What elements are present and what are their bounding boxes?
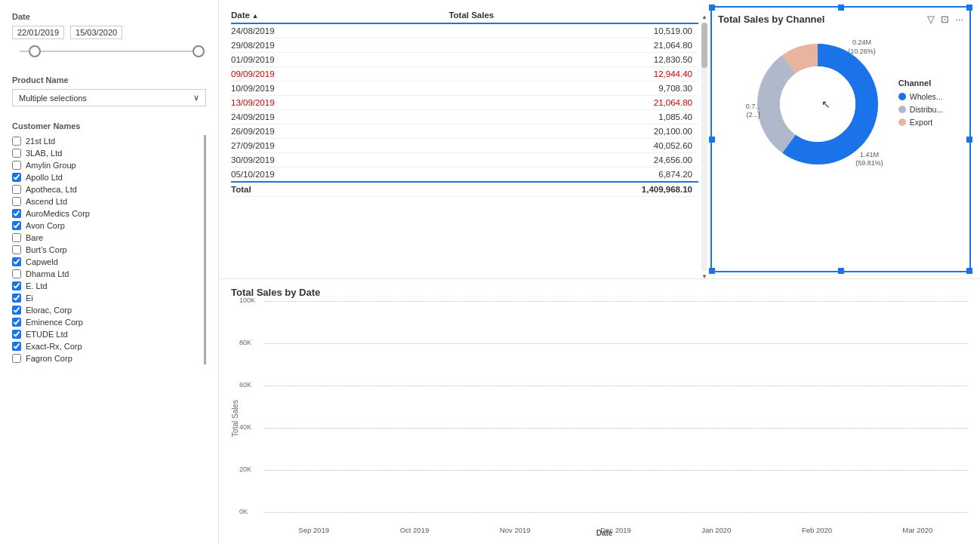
customer-item[interactable]: Capweld bbox=[12, 256, 201, 268]
customer-checkbox[interactable] bbox=[12, 197, 21, 206]
resize-handle-bl[interactable] bbox=[709, 268, 715, 274]
date-range: 22/01/2019 15/03/2020 bbox=[12, 26, 206, 39]
table-row[interactable]: 24/08/201910,519.00 bbox=[231, 23, 698, 38]
expand-icon[interactable]: ⊡ bbox=[941, 14, 949, 25]
resize-handle-tl[interactable] bbox=[709, 5, 715, 11]
table-row[interactable]: 30/09/201924,656.00 bbox=[231, 153, 698, 168]
customer-item[interactable]: Dharma Ltd bbox=[12, 268, 201, 280]
slider-thumb-right[interactable] bbox=[193, 45, 205, 57]
col-date[interactable]: Date bbox=[231, 8, 448, 23]
resize-handle-mr[interactable] bbox=[966, 137, 972, 143]
resize-handle-tm[interactable] bbox=[838, 5, 844, 11]
resize-handle-tr[interactable] bbox=[966, 5, 972, 11]
table-scrollbar[interactable]: ▲ ▼ bbox=[701, 23, 707, 271]
scroll-up-icon[interactable]: ▲ bbox=[701, 14, 707, 20]
customer-item[interactable]: Ei bbox=[12, 292, 201, 304]
table-row[interactable]: 10/09/20199,708.30 bbox=[231, 81, 698, 96]
customer-item[interactable]: Eminence Corp bbox=[12, 316, 201, 328]
x-tick-label: Dec 2019 bbox=[566, 526, 666, 536]
customer-checkbox[interactable] bbox=[12, 281, 21, 290]
cell-sales: 1,085.40 bbox=[448, 110, 698, 124]
table-area: Date Total Sales 24/08/201910,519.0029/0… bbox=[219, 0, 710, 278]
donut-svg: ↖ 0.24M(10.26%) 0.7...(2...) 1.41M(59.81… bbox=[746, 32, 889, 176]
x-tick-label: Mar 2020 bbox=[868, 526, 968, 536]
table-row[interactable]: 09/09/201912,944.40 bbox=[231, 67, 698, 81]
table-row[interactable]: 24/09/20191,085.40 bbox=[231, 110, 698, 124]
customer-checkbox[interactable] bbox=[12, 137, 21, 146]
resize-handle-br[interactable] bbox=[966, 268, 972, 274]
legend-label-distribution: Distribu... bbox=[910, 105, 943, 114]
scroll-down-icon[interactable]: ▼ bbox=[701, 273, 707, 278]
bar-chart-title: Total Sales by Date bbox=[231, 287, 968, 298]
x-axis: Sep 2019Oct 2019Nov 2019Dec 2019Jan 2020… bbox=[263, 513, 968, 536]
customer-item[interactable]: Fagron Corp bbox=[12, 352, 201, 364]
resize-handle-ml[interactable] bbox=[709, 137, 715, 143]
date-end[interactable]: 15/03/2020 bbox=[70, 26, 122, 39]
customer-checkbox[interactable] bbox=[12, 245, 21, 254]
table-row[interactable]: 27/09/201940,052.60 bbox=[231, 139, 698, 153]
customer-item[interactable]: Elorac, Corp bbox=[12, 304, 201, 316]
customer-item[interactable]: Apollo Ltd bbox=[12, 171, 201, 183]
legend-label-export: Export bbox=[910, 118, 932, 127]
legend-title: Channel bbox=[898, 78, 943, 88]
date-slider[interactable] bbox=[12, 42, 206, 60]
table-row[interactable]: 01/09/201912,830.50 bbox=[231, 53, 698, 67]
svg-point-4 bbox=[780, 66, 855, 142]
resize-handle-bm[interactable] bbox=[838, 268, 844, 274]
customer-checkbox[interactable] bbox=[12, 306, 21, 315]
product-dropdown[interactable]: Multiple selections ∨ bbox=[12, 89, 206, 106]
slider-thumb-left[interactable] bbox=[29, 45, 41, 57]
customer-checkbox[interactable] bbox=[12, 185, 21, 194]
customer-checkbox[interactable] bbox=[12, 221, 21, 230]
scrollbar-thumb[interactable] bbox=[701, 23, 707, 68]
date-start[interactable]: 22/01/2019 bbox=[12, 26, 64, 39]
customer-item[interactable]: Apotheca, Ltd bbox=[12, 183, 201, 195]
customer-checkbox[interactable] bbox=[12, 294, 21, 303]
customer-name: Apotheca, Ltd bbox=[26, 185, 77, 194]
customer-checkbox[interactable] bbox=[12, 318, 21, 327]
customer-name: Exact-Rx, Corp bbox=[26, 342, 82, 351]
more-icon[interactable]: ··· bbox=[955, 14, 963, 25]
customer-checkbox[interactable] bbox=[12, 330, 21, 339]
y-tick-label: 40K bbox=[239, 423, 251, 431]
table-row[interactable]: 05/10/20196,874.20 bbox=[231, 168, 698, 183]
customer-item[interactable]: AuroMedics Corp bbox=[12, 207, 201, 220]
customer-checkbox[interactable] bbox=[12, 342, 21, 351]
sales-table: Date Total Sales 24/08/201910,519.0029/0… bbox=[231, 8, 698, 197]
x-tick-label: Oct 2019 bbox=[364, 526, 464, 536]
donut-icons: ▽ ⊡ ··· bbox=[927, 14, 963, 25]
customer-item[interactable]: 21st Ltd bbox=[12, 135, 201, 147]
customer-checkbox[interactable] bbox=[12, 161, 21, 170]
customer-checkbox[interactable] bbox=[12, 173, 21, 182]
table-row[interactable]: 29/08/201921,064.80 bbox=[231, 38, 698, 53]
customer-checkbox[interactable] bbox=[12, 257, 21, 266]
cell-date: 24/09/2019 bbox=[231, 110, 448, 124]
customer-item[interactable]: Avon Corp bbox=[12, 220, 201, 232]
col-sales[interactable]: Total Sales bbox=[448, 8, 698, 23]
customer-item[interactable]: ETUDE Ltd bbox=[12, 328, 201, 340]
customer-checkbox[interactable] bbox=[12, 233, 21, 242]
customer-item[interactable]: Ascend Ltd bbox=[12, 195, 201, 207]
customer-item[interactable]: 3LAB, Ltd bbox=[12, 147, 201, 159]
customer-checkbox[interactable] bbox=[12, 209, 21, 218]
table-row[interactable]: 26/09/201920,100.00 bbox=[231, 124, 698, 139]
customer-item[interactable]: E. Ltd bbox=[12, 280, 201, 292]
cell-date: 24/08/2019 bbox=[231, 23, 448, 38]
bar-chart: Total Sales 100K80K60K40K20K0K Sep 2019O… bbox=[231, 301, 968, 536]
donut-title: Total Sales by Channel bbox=[718, 14, 824, 25]
customer-item[interactable]: Bare bbox=[12, 232, 201, 244]
customer-item[interactable]: Exact-Rx, Corp bbox=[12, 340, 201, 352]
customer-checkbox[interactable] bbox=[12, 269, 21, 278]
customer-item[interactable]: Amylin Group bbox=[12, 159, 201, 171]
cell-date: 29/08/2019 bbox=[231, 38, 448, 53]
chart-area: 100K80K60K40K20K0K Sep 2019Oct 2019Nov 2… bbox=[241, 301, 968, 536]
filter-icon[interactable]: ▽ bbox=[927, 14, 935, 25]
customer-checkbox[interactable] bbox=[12, 149, 21, 158]
customer-item[interactable]: Burt's Corp bbox=[12, 244, 201, 256]
donut-body: ↖ 0.24M(10.26%) 0.7...(2...) 1.41M(59.81… bbox=[718, 29, 963, 179]
table-row[interactable]: 13/09/201921,064.80 bbox=[231, 96, 698, 110]
y-tick-label: 20K bbox=[239, 466, 251, 473]
cell-date: 30/09/2019 bbox=[231, 153, 448, 168]
x-tick-label: Feb 2020 bbox=[766, 526, 867, 536]
customer-checkbox[interactable] bbox=[12, 354, 21, 363]
